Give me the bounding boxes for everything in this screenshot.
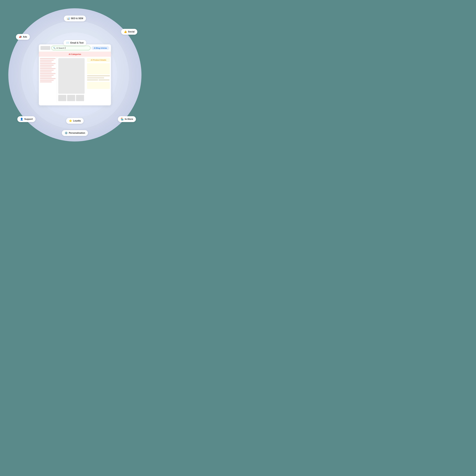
badge-instore[interactable]: 🏪 In-Store <box>118 116 136 122</box>
badge-social[interactable]: 👍 Social <box>121 29 137 35</box>
product-details-bottom <box>87 82 110 89</box>
seo-icon: 📊 <box>67 17 70 20</box>
badge-seo[interactable]: 📊 SEO & SEM <box>64 16 86 21</box>
badge-loyalty[interactable]: ⭐ Loyalty <box>66 118 84 124</box>
personalization-label: Personalization <box>69 132 85 134</box>
outer-circle: 📊 SEO & SEM 👍 Social 📣 Ads ✉️ Email & Te… <box>8 8 141 141</box>
browser-logo <box>40 46 50 50</box>
product-details-label: AI Product Details <box>87 58 110 62</box>
product-image-main <box>58 58 85 94</box>
list-item <box>40 68 56 69</box>
browser-content: AI Product Details <box>39 57 111 102</box>
product-thumb-3 <box>76 95 84 101</box>
detail-bar <box>87 75 110 76</box>
ads-label: Ads <box>23 36 27 38</box>
detail-row-1 <box>87 75 110 76</box>
seo-label: SEO & SEM <box>71 17 83 20</box>
product-details-block <box>87 63 110 74</box>
product-thumbnails <box>58 95 85 101</box>
list-item <box>40 73 56 74</box>
loyalty-label: Loyalty <box>73 119 81 122</box>
support-label: Support <box>24 118 33 120</box>
instore-label: In-Store <box>125 118 133 120</box>
right-panel: AI Product Details <box>86 57 111 102</box>
ai-categories-bar: AI Categories <box>39 52 111 57</box>
email-icon: ✉️ <box>66 41 69 44</box>
blog-articles-button[interactable]: AI Blog Articles <box>92 46 109 50</box>
center-panel <box>57 57 86 102</box>
product-thumb-2 <box>67 95 75 101</box>
left-panel <box>39 57 57 102</box>
list-item <box>40 65 54 66</box>
email-label: Email & Text <box>70 42 84 44</box>
social-label: Social <box>128 31 135 33</box>
categories-label: AI Categories <box>69 53 81 55</box>
detail-row-2 <box>87 77 110 79</box>
list-item <box>40 81 52 82</box>
list-item <box>40 76 52 77</box>
detail-row-3 <box>87 79 110 81</box>
product-thumb-1 <box>58 95 66 101</box>
search-bar[interactable]: 🔍 AI Search <box>51 46 90 50</box>
list-item <box>40 60 54 61</box>
support-icon: 👤 <box>20 118 23 121</box>
list-item <box>40 67 52 68</box>
browser-mockup: 🔍 AI Search AI Blog Articles AI Categori… <box>39 44 111 105</box>
list-item <box>40 78 56 79</box>
badge-ads[interactable]: 📣 Ads <box>16 34 30 40</box>
middle-circle: 🔍 AI Search AI Blog Articles AI Categori… <box>21 21 129 129</box>
loyalty-icon: ⭐ <box>69 119 72 122</box>
detail-bar <box>87 80 98 81</box>
list-item <box>40 63 56 64</box>
ads-icon: 📣 <box>19 35 22 38</box>
social-icon: 👍 <box>124 30 127 33</box>
badge-email[interactable]: ✉️ Email & Text <box>64 40 86 46</box>
list-item <box>40 61 52 62</box>
detail-bar <box>87 77 104 78</box>
search-cursor <box>65 47 65 49</box>
personalization-icon: ⚙️ <box>65 132 68 135</box>
search-icon: 🔍 <box>53 47 55 49</box>
list-item <box>40 58 56 59</box>
detail-bar <box>99 80 110 81</box>
list-item <box>40 70 54 71</box>
instore-icon: 🏪 <box>121 118 124 121</box>
search-label: AI Search <box>56 47 64 49</box>
list-item <box>40 75 54 76</box>
list-item <box>40 71 52 72</box>
badge-support[interactable]: 👤 Support <box>17 116 35 122</box>
badge-personalization[interactable]: ⚙️ Personalization <box>62 130 88 136</box>
list-item <box>40 80 54 81</box>
